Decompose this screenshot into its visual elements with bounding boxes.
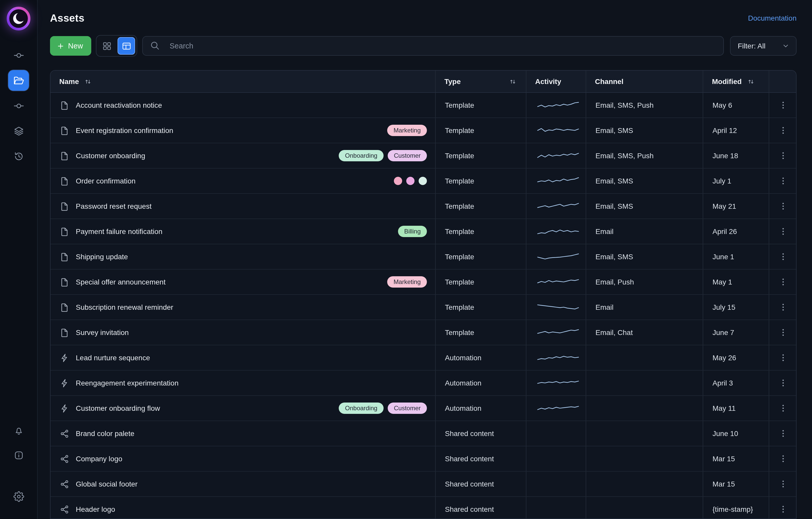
asset-name[interactable]: Survey invitation (76, 328, 128, 337)
column-label: Name (59, 77, 79, 86)
asset-name[interactable]: Order confirmation (76, 177, 136, 185)
search-input[interactable] (142, 36, 724, 56)
asset-name[interactable]: Brand color palete (76, 429, 134, 437)
sidebar-item-info[interactable] (8, 445, 29, 465)
asset-name[interactable]: Company logo (76, 455, 122, 463)
modified-cell: June 10 (703, 421, 769, 446)
tag-pill[interactable]: Customer (388, 402, 427, 414)
asset-name[interactable]: Reengagement experimentation (76, 379, 179, 387)
row-menu-button[interactable] (775, 375, 791, 391)
kebab-icon (778, 176, 787, 186)
table-row[interactable]: Customer onboardingOnboardingCustomer Te… (51, 143, 796, 169)
tag-pill[interactable]: Billing (398, 226, 427, 237)
documentation-link[interactable]: Documentation (748, 14, 796, 22)
table-row[interactable]: Survey invitation Template Email, Chat J… (51, 320, 796, 345)
table-row[interactable]: Header logo Shared content {time-stamp} (51, 497, 796, 519)
row-menu-button[interactable] (775, 224, 791, 239)
sidebar-item-collections[interactable] (8, 121, 29, 141)
row-menu-button[interactable] (775, 173, 791, 189)
row-menu-button[interactable] (775, 274, 791, 289)
grid-view-button[interactable] (98, 37, 115, 55)
row-menu-button[interactable] (775, 350, 791, 365)
table-row[interactable]: Global social footer Shared content Mar … (51, 471, 796, 497)
sidebar-item-notifications[interactable] (8, 420, 29, 441)
sidebar-item-journeys[interactable] (8, 45, 29, 65)
app-logo[interactable] (6, 6, 31, 31)
table-row[interactable]: Company logo Shared content Mar 15 (51, 446, 796, 471)
activity-sparkline (537, 200, 579, 213)
tag-pill[interactable]: Marketing (387, 125, 427, 136)
type-cell: Template (436, 169, 526, 193)
sidebar-item-settings[interactable] (8, 486, 29, 507)
asset-name[interactable]: Account reactivation notice (76, 101, 162, 109)
table-row[interactable]: Payment failure notificationBilling Temp… (51, 219, 796, 244)
asset-name[interactable]: Event registration confirmation (76, 126, 173, 134)
folder-open-icon (12, 74, 25, 86)
channel-cell: Email, SMS, Push (586, 143, 703, 168)
table-row[interactable]: Reengagement experimentation Automation … (51, 371, 796, 396)
activity-cell (526, 244, 586, 269)
table-row[interactable]: Customer onboarding flowOnboardingCustom… (51, 396, 796, 421)
tag-pill[interactable]: Onboarding (339, 150, 383, 161)
row-menu-button[interactable] (775, 148, 791, 163)
column-header-type[interactable]: Type (436, 71, 526, 92)
table-row[interactable]: Subscription renewal reminder Template E… (51, 295, 796, 320)
name-cell: Brand color palete (51, 421, 436, 446)
asset-name[interactable]: Payment failure notification (76, 227, 163, 236)
table-row[interactable]: Shipping update Template Email, SMS June… (51, 244, 796, 270)
asset-name[interactable]: Global social footer (76, 480, 138, 488)
type-cell: Template (436, 219, 526, 244)
sort-icon[interactable] (747, 78, 755, 85)
column-header-name[interactable]: Name (51, 71, 436, 92)
asset-modified: Mar 15 (713, 480, 735, 488)
table-row[interactable]: Lead nurture sequence Automation May 26 (51, 345, 796, 371)
asset-name[interactable]: Lead nurture sequence (76, 354, 150, 362)
sidebar-item-assets[interactable] (8, 70, 29, 91)
actions-cell (769, 320, 796, 345)
asset-name[interactable]: Subscription renewal reminder (76, 303, 173, 311)
asset-modified: {time-stamp} (713, 505, 753, 513)
row-menu-button[interactable] (775, 426, 791, 441)
row-menu-button[interactable] (775, 123, 791, 138)
gear-icon (13, 491, 24, 502)
asset-name[interactable]: Customer onboarding (76, 152, 145, 160)
sort-icon[interactable] (84, 78, 92, 85)
sort-icon[interactable] (509, 78, 517, 85)
row-menu-button[interactable] (775, 476, 791, 492)
row-extras: Billing (398, 226, 429, 237)
filter-dropdown[interactable]: Filter: All (730, 36, 796, 56)
sidebar-item-metrics[interactable] (8, 95, 29, 116)
table-row[interactable]: Special offer announcementMarketing Temp… (51, 270, 796, 295)
column-header-modified[interactable]: Modified (703, 71, 769, 92)
row-menu-button[interactable] (775, 400, 791, 416)
tag-pill[interactable]: Onboarding (339, 402, 383, 414)
sidebar-item-history[interactable] (8, 146, 29, 166)
asset-type: Template (445, 278, 474, 286)
asset-name[interactable]: Password reset request (76, 202, 151, 210)
row-menu-button[interactable] (775, 249, 791, 265)
table-row[interactable]: Brand color palete Shared content June 1… (51, 421, 796, 446)
asset-name[interactable]: Customer onboarding flow (76, 404, 160, 412)
tag-pill[interactable]: Marketing (387, 276, 427, 287)
row-menu-button[interactable] (775, 97, 791, 113)
activity-sparkline (537, 301, 579, 314)
tag-pill[interactable]: Customer (388, 150, 427, 161)
row-menu-button[interactable] (775, 451, 791, 466)
row-menu-button[interactable] (775, 501, 791, 517)
asset-name[interactable]: Header logo (76, 505, 115, 513)
asset-name[interactable]: Special offer announcement (76, 278, 166, 286)
table-row[interactable]: Password reset request Template Email, S… (51, 194, 796, 219)
table-row[interactable]: Account reactivation notice Template Ema… (51, 93, 796, 118)
row-menu-button[interactable] (775, 199, 791, 214)
new-button[interactable]: New (50, 36, 91, 56)
asset-name[interactable]: Shipping update (76, 252, 128, 261)
activity-cell (526, 118, 586, 143)
document-icon (60, 277, 69, 287)
table-row[interactable]: Event registration confirmationMarketing… (51, 118, 796, 143)
table-row[interactable]: Order confirmation Template Email, SMS J… (51, 169, 796, 194)
activity-cell (526, 371, 586, 395)
asset-type: Template (445, 328, 474, 337)
row-menu-button[interactable] (775, 325, 791, 340)
table-view-button[interactable] (118, 37, 135, 55)
row-menu-button[interactable] (775, 300, 791, 315)
